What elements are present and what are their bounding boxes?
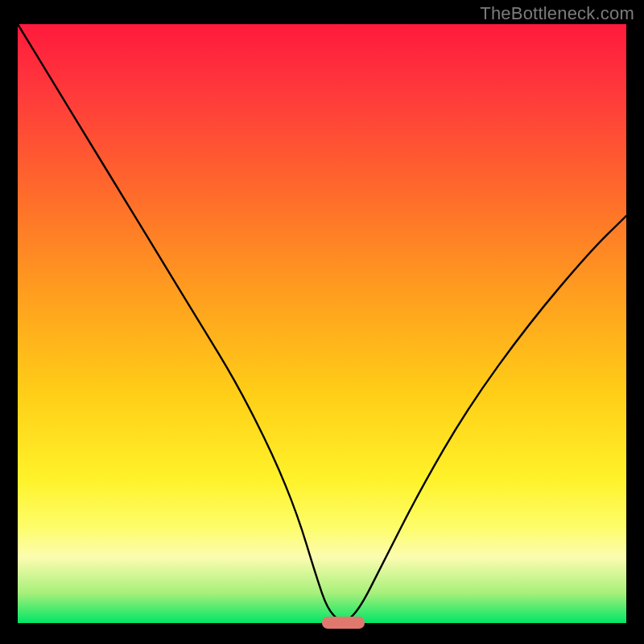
bottleneck-curve xyxy=(18,24,626,620)
watermark-text: TheBottleneck.com xyxy=(480,3,634,24)
plot-area xyxy=(18,24,626,623)
curve-svg xyxy=(18,24,626,623)
chart-frame: TheBottleneck.com xyxy=(0,0,644,644)
optimal-range-marker xyxy=(322,617,365,629)
